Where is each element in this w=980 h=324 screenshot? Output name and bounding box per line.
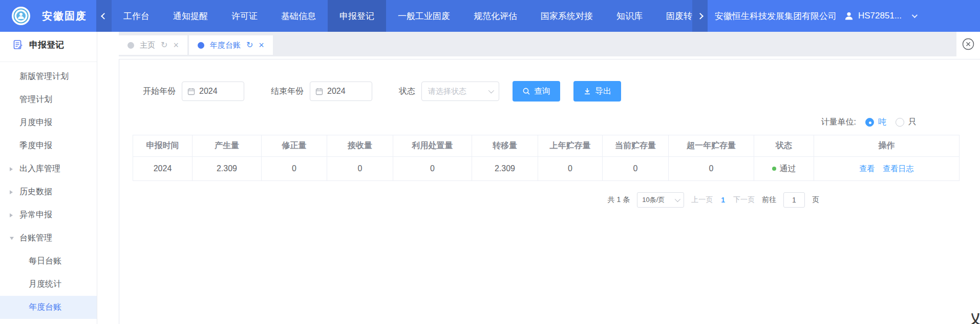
nav-item-standardization-assessment[interactable]: 规范化评估 <box>462 0 529 32</box>
col-declare-time: 申报时间 <box>133 135 193 157</box>
download-icon <box>583 87 591 95</box>
nav-item-notifications[interactable]: 通知提醒 <box>161 0 220 32</box>
col-operations: 操作 <box>814 135 960 157</box>
nav-item-declaration[interactable]: 申报登记 <box>328 0 386 32</box>
radio-icon <box>865 118 874 127</box>
col-over-year-storage: 超一年贮存量 <box>669 135 754 157</box>
filter-bar: 开始年份 结束年份 <box>143 81 980 102</box>
chevron-down-icon <box>488 88 494 93</box>
calendar-icon <box>187 88 195 95</box>
cell-status: 通过 <box>754 157 814 181</box>
sidebar-title: 申报登记 <box>0 32 97 57</box>
close-all-button[interactable] <box>956 32 980 56</box>
nav-item-national-system[interactable]: 国家系统对接 <box>529 0 605 32</box>
col-prev-year-storage: 上年贮存量 <box>538 135 603 157</box>
prev-page-button[interactable]: 上一页 <box>691 195 713 205</box>
sidebar-item-label: 异常申报 <box>19 210 52 220</box>
tab-strip-gutter <box>97 32 119 56</box>
end-year-input[interactable] <box>310 82 372 101</box>
sidebar-item-history-data[interactable]: 历史数据 <box>0 180 97 204</box>
refresh-icon[interactable] <box>161 41 167 49</box>
page-size-select[interactable]: 10条/页 <box>637 192 684 208</box>
tab-annual-ledger[interactable]: 年度台账 <box>189 35 273 55</box>
tab-status-dot <box>198 42 204 49</box>
end-year-value[interactable] <box>327 87 363 96</box>
page-number-1[interactable]: 1 <box>720 196 726 204</box>
nav-item-license[interactable]: 许可证 <box>220 0 269 32</box>
sidebar-item-label: 历史数据 <box>19 187 52 197</box>
sidebar-item-daily-ledger[interactable]: 每日台账 <box>0 250 97 273</box>
user-id: HS72851... <box>858 11 902 21</box>
col-transferred: 转移量 <box>472 135 538 157</box>
cell-transferred: 2.309 <box>472 157 538 181</box>
main-content: 开始年份 结束年份 <box>97 56 980 324</box>
sidebar-item-new-management-plan[interactable]: 新版管理计划 <box>0 65 97 88</box>
calendar-icon <box>315 88 323 95</box>
end-year-label: 结束年份 <box>271 86 304 97</box>
cell-generated: 2.309 <box>193 157 262 181</box>
tab-status-dot <box>127 42 134 49</box>
end-year-group: 结束年份 <box>271 82 372 101</box>
sidebar-item-quarterly-declaration[interactable]: 季度申报 <box>0 134 97 157</box>
content-card: 开始年份 结束年份 <box>119 59 980 324</box>
tab-label: 年度台账 <box>210 40 241 50</box>
chevron-left-icon <box>101 13 108 19</box>
view-log-link[interactable]: 查看日志 <box>883 164 914 174</box>
search-button[interactable]: 查询 <box>513 81 560 102</box>
start-year-input[interactable] <box>182 82 244 101</box>
company-name: 安徽恒生科技发展集团有限公司 <box>715 10 837 22</box>
refresh-icon[interactable] <box>246 41 253 49</box>
col-corrected: 修正量 <box>262 135 327 157</box>
floating-widget-fragment[interactable]: 乂 <box>969 311 980 324</box>
nav-scroll-left-button[interactable] <box>96 0 112 32</box>
nav-item-knowledge-base[interactable]: 知识库 <box>605 0 654 32</box>
annual-ledger-table: 申报时间 产生量 修正量 接收量 利用处置量 转移量 上年贮存量 当前贮存量 超… <box>133 135 960 181</box>
nav-item-general-industrial-waste[interactable]: 一般工业固废 <box>386 0 462 32</box>
export-button[interactable]: 导出 <box>573 81 621 102</box>
sidebar-item-management-plan[interactable]: 管理计划 <box>0 88 97 111</box>
status-select[interactable]: 请选择状态 <box>421 82 499 101</box>
unit-radio-ton[interactable]: 吨 <box>865 117 886 128</box>
cell-declare-time: 2024 <box>133 157 193 181</box>
next-page-button[interactable]: 下一页 <box>733 195 755 205</box>
table-header-row: 申报时间 产生量 修正量 接收量 利用处置量 转移量 上年贮存量 当前贮存量 超… <box>133 135 960 157</box>
sidebar-item-ledger-management[interactable]: 台账管理 <box>0 227 97 250</box>
nav-item-basic-info[interactable]: 基础信息 <box>269 0 328 32</box>
user-menu[interactable]: HS72851... <box>844 11 916 21</box>
nav-item-workbench[interactable]: 工作台 <box>112 0 161 32</box>
caret-right-icon <box>10 167 13 171</box>
close-tab-icon[interactable] <box>173 40 179 50</box>
nav-item-waste-transfer[interactable]: 固废转 <box>654 0 692 32</box>
pagination: 共 1 条 10条/页 上一页 1 下一页 前往 页 <box>119 192 819 208</box>
goto-page-input[interactable] <box>783 192 805 208</box>
sidebar-item-monthly-statistics[interactable]: 月度统计 <box>0 273 97 296</box>
nav-scroll-right-button[interactable] <box>692 0 708 32</box>
total-count: 共 1 条 <box>608 195 630 205</box>
col-utilized-disposed: 利用处置量 <box>393 135 472 157</box>
sidebar-title-label: 申报登记 <box>29 39 64 51</box>
sidebar-item-label: 出入库管理 <box>19 164 60 174</box>
unit-radio-piece[interactable]: 只 <box>896 117 917 128</box>
tab-home[interactable]: 主页 <box>119 35 187 55</box>
sidebar-item-abnormal-declaration[interactable]: 异常申报 <box>0 204 97 227</box>
top-navbar: 安徽固废 工作台 通知提醒 许可证 基础信息 申报登记 一般工业固废 规范化评估… <box>0 0 980 32</box>
col-status: 状态 <box>754 135 814 157</box>
view-link[interactable]: 查看 <box>860 164 875 174</box>
sidebar-item-annual-ledger[interactable]: 年度台账 <box>0 296 97 319</box>
app-logo-icon <box>11 6 31 26</box>
cell-operations: 查看 查看日志 <box>814 157 960 181</box>
caret-right-icon <box>10 213 13 217</box>
page-size-value: 10条/页 <box>642 195 665 205</box>
close-tab-icon[interactable] <box>259 40 264 50</box>
start-year-value[interactable] <box>199 87 235 96</box>
brand-zone: 安徽固废 <box>0 6 96 26</box>
navbar-user-zone: 安徽恒生科技发展集团有限公司 HS72851... <box>715 10 980 22</box>
sidebar-item-monthly-declaration[interactable]: 月度申报 <box>0 111 97 134</box>
app-window: 安徽固废 工作台 通知提醒 许可证 基础信息 申报登记 一般工业固废 规范化评估… <box>0 0 980 324</box>
sidebar-item-inbound-outbound[interactable]: 出入库管理 <box>0 157 97 180</box>
cell-received: 0 <box>327 157 393 181</box>
cell-corrected: 0 <box>262 157 327 181</box>
status-dot-icon <box>772 167 776 171</box>
chevron-down-icon <box>912 12 918 18</box>
export-button-label: 导出 <box>595 86 611 97</box>
